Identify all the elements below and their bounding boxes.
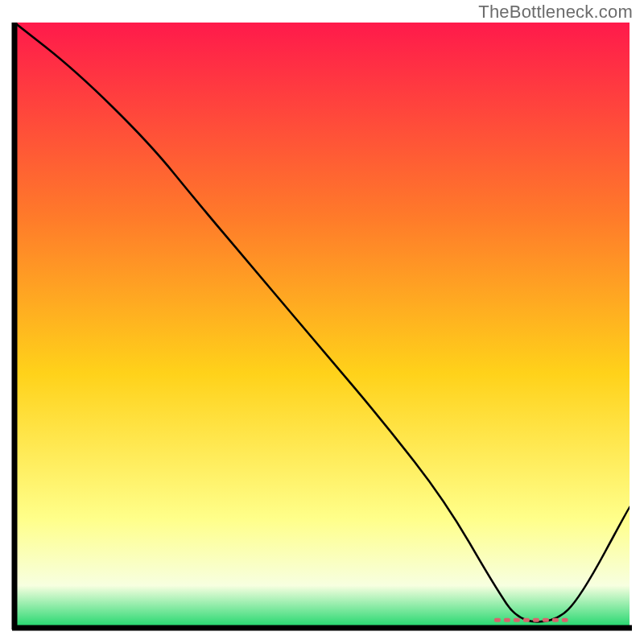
annotation-segment <box>562 618 568 622</box>
annotation-segment <box>494 618 501 622</box>
annotation-segment <box>543 618 549 622</box>
chart-background <box>14 23 630 628</box>
attribution-label: TheBottleneck.com <box>478 2 633 23</box>
annotation-segment <box>523 618 530 622</box>
annotation-segment <box>514 618 520 622</box>
chart-frame: TheBottleneck.com <box>0 0 644 644</box>
annotation-segment <box>552 618 559 622</box>
annotation-segment <box>533 618 539 622</box>
chart-svg <box>10 23 634 634</box>
chart-plot <box>10 23 634 634</box>
annotation-segment <box>504 618 510 622</box>
